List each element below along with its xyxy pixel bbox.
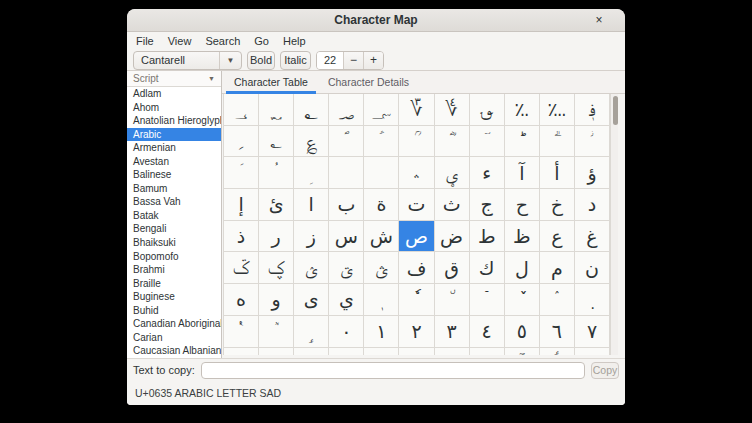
grid-cell[interactable]: ؼ — [259, 252, 294, 284]
script-item-avestan[interactable]: Avestan — [127, 155, 221, 169]
grid-cell[interactable]: ٘ — [435, 284, 470, 316]
grid-cell[interactable]: ؤ — [575, 157, 610, 189]
grid-cell[interactable]: ي — [329, 284, 364, 316]
grid-cell[interactable]: ٮ — [435, 348, 470, 356]
increase-font-size-button[interactable]: + — [363, 52, 383, 69]
grid-cell[interactable]: ث — [435, 189, 470, 221]
grid-cell[interactable]: ذ — [224, 221, 259, 253]
script-item-anatolian-hieroglyphs[interactable]: Anatolian Hieroglyphs — [127, 114, 221, 128]
grid-cell[interactable]: ع — [540, 221, 575, 253]
grid-cell[interactable]: ٤ — [470, 316, 505, 348]
grid-cell[interactable]: ى — [294, 284, 329, 316]
grid-cell[interactable]: ز — [294, 221, 329, 253]
grid-cell[interactable]: ٯ — [470, 348, 505, 356]
grid-cell[interactable]: ؽ — [294, 252, 329, 284]
script-item-brahmi[interactable]: Brahmi — [127, 263, 221, 277]
grid-cell[interactable]: ؿ — [364, 252, 399, 284]
script-item-armenian[interactable]: Armenian — [127, 141, 221, 155]
grid-cell[interactable]: ق — [435, 252, 470, 284]
grid-cell[interactable]: ؕ — [505, 126, 540, 158]
menu-file[interactable]: File — [129, 33, 161, 49]
grid-cell[interactable]: ة — [364, 189, 399, 221]
grid-cell[interactable]: ا — [294, 189, 329, 221]
font-family-combo[interactable]: Cantarell ▼ — [133, 51, 242, 70]
script-column-header[interactable]: Script ▼ — [127, 71, 221, 87]
menu-help[interactable]: Help — [276, 33, 313, 49]
grid-cell[interactable]: ؓ — [435, 126, 470, 158]
grid-cell[interactable]: ء — [470, 157, 505, 189]
grid-cell[interactable]: غ — [575, 221, 610, 253]
grid-cell[interactable]: ؄ — [364, 94, 399, 126]
grid-cell[interactable]: ؍ — [224, 126, 259, 158]
grid-cell[interactable]: ف — [399, 252, 434, 284]
grid-cell[interactable]: ت — [399, 189, 434, 221]
grid-cell[interactable]: ه — [224, 284, 259, 316]
script-item-buginese[interactable]: Buginese — [127, 290, 221, 304]
script-item-adlam[interactable]: Adlam — [127, 87, 221, 101]
grid-cell[interactable]: ض — [435, 221, 470, 253]
grid-cell[interactable]: ٪ — [294, 348, 329, 356]
grid-cell[interactable]: ؆ — [399, 94, 434, 126]
script-item-bopomofo[interactable]: Bopomofo — [127, 250, 221, 264]
copy-button[interactable]: Copy — [591, 362, 619, 379]
grid-cell[interactable]: ؋ — [575, 94, 610, 126]
grid-cell[interactable]: ٗ — [399, 284, 434, 316]
grid-cell[interactable]: ط — [470, 221, 505, 253]
grid-cell[interactable]: ٱ — [505, 348, 540, 356]
grid-cell[interactable]: ٢ — [399, 316, 434, 348]
script-item-bengali[interactable]: Bengali — [127, 222, 221, 236]
text-to-copy-input[interactable] — [201, 362, 585, 379]
tab-character-table[interactable]: Character Table — [224, 71, 318, 93]
grid-cell[interactable]: ٣ — [435, 316, 470, 348]
grid-cell[interactable]: ٟ — [294, 316, 329, 348]
tab-character-details[interactable]: Character Details — [318, 71, 419, 93]
grid-cell[interactable]: ٨ — [224, 348, 259, 356]
grid-cell[interactable]: ك — [470, 252, 505, 284]
italic-button[interactable]: Italic — [280, 51, 311, 70]
grid-cell[interactable]: ؗ — [575, 126, 610, 158]
grid-cell[interactable]: د — [575, 189, 610, 221]
script-item-batak[interactable]: Batak — [127, 209, 221, 223]
grid-cell[interactable]: ٲ — [540, 348, 575, 356]
grid-cell[interactable]: ب — [329, 189, 364, 221]
grid-cell[interactable]: ؖ — [540, 126, 575, 158]
close-icon[interactable]: × — [591, 12, 607, 28]
grid-cell[interactable]: ٙ — [470, 284, 505, 316]
grid-cell[interactable]: ؎ — [259, 126, 294, 158]
grid-cell[interactable]: ؙ — [259, 157, 294, 189]
grid-cell[interactable]: س — [329, 221, 364, 253]
grid-cell[interactable]: ٧ — [575, 316, 610, 348]
grid-cell[interactable]: ٜ — [575, 284, 610, 316]
grid-scrollbar[interactable] — [610, 94, 618, 355]
grid-cell[interactable]: م — [540, 252, 575, 284]
grid-cell[interactable]: ؂ — [294, 94, 329, 126]
grid-cell[interactable]: ئ — [259, 189, 294, 221]
grid-cell[interactable]: ٦ — [540, 316, 575, 348]
grid-cell[interactable]: ؉ — [505, 94, 540, 126]
script-item-buhid[interactable]: Buhid — [127, 304, 221, 318]
grid-cell[interactable]: ؃ — [329, 94, 364, 126]
grid-cell[interactable]: ٖ — [364, 284, 399, 316]
titlebar[interactable]: Character Map × — [127, 9, 625, 32]
grid-cell[interactable]: ٳ — [575, 348, 610, 356]
grid-cell[interactable]: ؚ — [294, 157, 329, 189]
grid-cell[interactable]: ٚ — [505, 284, 540, 316]
grid-cell[interactable]: ح — [505, 189, 540, 221]
grid-cell[interactable]: ؑ — [364, 126, 399, 158]
grid-cell[interactable]: ؐ — [329, 126, 364, 158]
menu-search[interactable]: Search — [198, 33, 247, 49]
grid-cell[interactable]: ؊ — [540, 94, 575, 126]
script-item-arabic[interactable]: Arabic — [127, 128, 221, 142]
grid-cell[interactable]: ظ — [505, 221, 540, 253]
grid-cell[interactable]: ٩ — [259, 348, 294, 356]
grid-cell[interactable]: ؠ — [435, 157, 470, 189]
grid-cell[interactable]: ػ — [224, 252, 259, 284]
grid-cell[interactable]: ن — [575, 252, 610, 284]
grid-cell[interactable]: ؞ — [399, 157, 434, 189]
grid-cell[interactable]: خ — [540, 189, 575, 221]
script-item-braille[interactable]: Braille — [127, 277, 221, 291]
grid-cell[interactable]: ٫ — [329, 348, 364, 356]
grid-cell[interactable]: ٭ — [399, 348, 434, 356]
grid-cell[interactable]: ؾ — [329, 252, 364, 284]
grid-cell[interactable]: ؘ — [224, 157, 259, 189]
